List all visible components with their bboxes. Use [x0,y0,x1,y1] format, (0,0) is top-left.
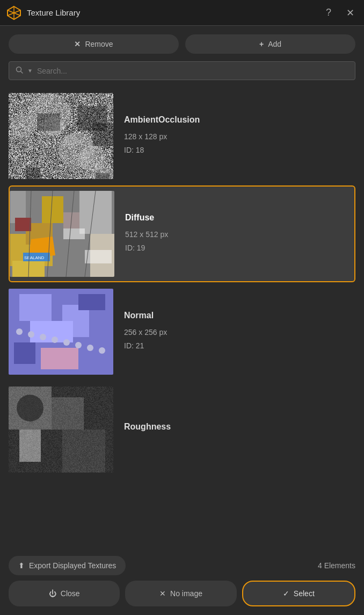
texture-info-roughness: Roughness [124,422,350,437]
select-label: Select [294,589,315,598]
add-icon: + [259,40,264,48]
texture-name-normal: Normal [124,311,350,320]
search-dropdown-arrow[interactable]: ▼ [27,68,33,74]
search-icon [16,66,23,75]
texture-thumb-normal [9,289,113,375]
texture-meta-normal: 256 x 256 px ID: 21 [124,326,350,353]
texture-thumb-roughness [9,387,113,473]
export-button[interactable]: ⬆ Export Displayed Textures [9,556,126,575]
app-logo [6,5,21,20]
texture-item-diffuse[interactable]: Diffuse 512 x 512 px ID: 19 [9,185,355,282]
texture-name-roughness: Roughness [124,422,350,432]
add-label: Add [268,40,281,48]
texture-info-normal: Normal 256 x 256 px ID: 21 [124,311,350,353]
texture-meta-ao: 128 x 128 px ID: 18 [124,130,350,157]
close-label: Close [61,589,80,598]
no-image-button[interactable]: ✕ No image [125,581,236,606]
footer-bar: ⏻ Close ✕ No image ✓ Select [9,581,355,615]
help-button[interactable]: ? [323,6,334,19]
select-button[interactable]: ✓ Select [242,581,355,606]
close-icon: ⏻ [49,589,56,598]
window-title: Texture Library [27,8,80,17]
texture-thumb-diffuse [10,191,114,277]
main-content: ✕ Remove + Add ▼ AmbientOcclusion [0,26,364,615]
remove-label: Remove [85,40,113,48]
svg-line-5 [21,71,23,74]
title-bar-right: ? ✕ [323,6,358,20]
export-icon: ⬆ [18,561,25,570]
texture-item-normal[interactable]: Normal 256 x 256 px ID: 21 [9,283,355,380]
title-bar-left: Texture Library [6,5,80,20]
export-label: Export Displayed Textures [29,561,116,570]
texture-item-roughness[interactable]: Roughness [9,381,355,478]
select-icon: ✓ [283,589,289,598]
bottom-bar: ⬆ Export Displayed Textures 4 Elements [9,548,355,581]
add-button[interactable]: + Add [185,34,355,54]
no-image-icon: ✕ [159,589,166,598]
close-window-button[interactable]: ✕ [343,6,358,20]
remove-button[interactable]: ✕ Remove [9,34,179,54]
texture-item-ao[interactable]: AmbientOcclusion 128 x 128 px ID: 18 [9,88,355,184]
search-bar: ▼ [9,61,355,80]
texture-name-ao: AmbientOcclusion [124,115,350,125]
title-bar: Texture Library ? ✕ [0,0,364,26]
texture-thumb-ao [9,93,113,179]
toolbar: ✕ Remove + Add [9,34,355,54]
texture-list: AmbientOcclusion 128 x 128 px ID: 18 Dif… [9,88,355,548]
texture-info-diffuse: Diffuse 512 x 512 px ID: 19 [125,213,350,255]
texture-meta-diffuse: 512 x 512 px ID: 19 [125,228,350,255]
search-input[interactable] [37,67,348,75]
no-image-label: No image [170,589,202,598]
texture-name-diffuse: Diffuse [125,213,350,223]
elements-count: 4 Elements [318,561,355,570]
close-button[interactable]: ⏻ Close [9,581,120,606]
remove-icon: ✕ [74,40,81,48]
texture-info-ao: AmbientOcclusion 128 x 128 px ID: 18 [124,115,350,157]
